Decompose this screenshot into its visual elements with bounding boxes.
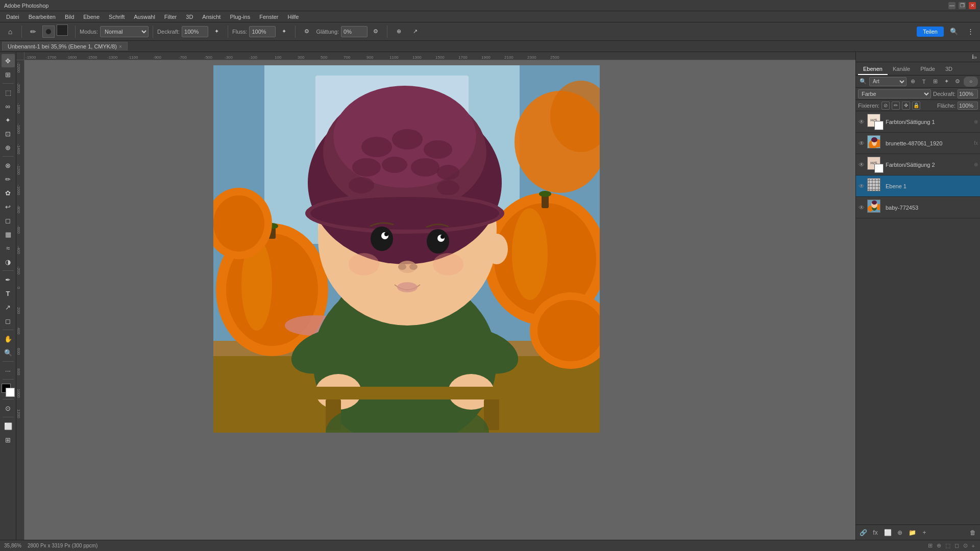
teilen-button[interactable]: Teilen (917, 27, 944, 37)
tab-kanaele[interactable]: Kanäle (888, 64, 915, 75)
zoom-tool[interactable]: 🔍 (2, 346, 15, 359)
layer-icon-type4[interactable]: ✦ (941, 77, 951, 87)
background-color[interactable] (6, 388, 15, 397)
menu-item-plug-ins[interactable]: Plug-ins (226, 13, 254, 21)
frame-btn[interactable]: ⊞ (2, 433, 15, 446)
smoothing-button[interactable]: ⚙ (300, 24, 314, 39)
layer-fill-btn[interactable]: ⊕ (895, 528, 905, 538)
menu-item-ansicht[interactable]: Ansicht (198, 13, 225, 21)
artboard-tool[interactable]: ⊞ (2, 68, 15, 81)
canvas-content[interactable] (24, 60, 855, 540)
menu-item-auswahl[interactable]: Auswahl (130, 13, 159, 21)
layer-visibility-toggle[interactable]: 👁 (858, 118, 865, 126)
layer-icon-type1[interactable]: ⊕ (908, 77, 918, 87)
menu-item-fenster[interactable]: Fenster (255, 13, 282, 21)
stylus-pressure[interactable]: ⊕ (391, 24, 406, 39)
search-button[interactable]: 🔍 (947, 26, 961, 37)
deckraft-input[interactable] (182, 26, 208, 37)
opacity-input[interactable] (958, 89, 978, 98)
menu-item-ebene[interactable]: Ebene (79, 13, 104, 21)
brush-angle-button[interactable]: ↗ (408, 24, 422, 39)
status-icon-1[interactable]: ⊞ (927, 542, 934, 549)
crop-tool[interactable]: ⊡ (2, 127, 15, 140)
history-brush[interactable]: ↩ (2, 200, 15, 213)
fixieren-all[interactable]: 🔒 (912, 102, 920, 110)
collapse-right-button[interactable]: » (974, 54, 977, 60)
menu-item-hilfe[interactable]: Hilfe (283, 13, 303, 21)
marquee-tool[interactable]: ⬚ (2, 86, 15, 99)
status-icon-5[interactable]: ⊙ (962, 542, 969, 549)
status-icon-4[interactable]: ◻ (953, 542, 960, 549)
layer-filter-toggle[interactable]: ○ (964, 77, 978, 87)
layer-item-selected[interactable]: 👁 Ebene 1 (856, 176, 980, 197)
lasso-tool[interactable]: ∞ (2, 99, 15, 113)
layer-icon-type3[interactable]: ⊞ (930, 77, 940, 87)
screen-mode-btn[interactable]: ⬜ (2, 419, 15, 433)
brush-color-button[interactable] (57, 24, 71, 39)
layer-type-select[interactable]: Art Name Effekt (869, 77, 906, 86)
layer-new-btn[interactable]: + (919, 528, 929, 538)
fixieren-paint[interactable]: ✏ (892, 102, 900, 110)
fluss-icon[interactable]: ✦ (277, 24, 291, 39)
pen-tool[interactable]: ✒ (2, 273, 15, 286)
dodge-tool[interactable]: ◑ (2, 255, 15, 268)
layer-icon-type2[interactable]: T (919, 77, 929, 87)
menu-item-filter[interactable]: Filter (160, 13, 181, 21)
blur-tool[interactable]: ≈ (2, 241, 15, 255)
quick-mask-btn[interactable]: ⊙ (2, 402, 15, 415)
clone-tool[interactable]: ✿ (2, 186, 15, 199)
home-button[interactable]: ⌂ (3, 24, 17, 39)
menu-item-schrift[interactable]: Schrift (105, 13, 129, 21)
glattung-options[interactable]: ⚙ (369, 24, 383, 39)
menu-item-bearbeiten[interactable]: Bearbeiten (24, 13, 60, 21)
layer-item[interactable]: 👁 H/S Farbton/Sättigung 2 ⊕ (856, 154, 980, 176)
layer-item[interactable]: 👁 (856, 197, 980, 218)
extra-tools[interactable]: ··· (2, 364, 15, 377)
layer-item[interactable]: 👁 H/S Farbton/Sättigung 1 ⊕ (856, 111, 980, 133)
status-icon-6[interactable]: + (971, 542, 976, 549)
status-icon-3[interactable]: ⬚ (944, 542, 951, 549)
tab-3d[interactable]: 3D (940, 64, 958, 75)
doc-tab-close[interactable]: × (119, 44, 122, 49)
brush-tool[interactable]: ✏ (2, 172, 15, 186)
canvas-area[interactable]: -1900 -1700 -1600 -1500 -1300 -1100 -900… (16, 52, 855, 540)
layer-mask-btn[interactable]: ⬜ (883, 528, 893, 538)
mode-select[interactable]: Normal Aufhellen Multiplizieren (100, 26, 149, 37)
document-tab[interactable]: Unbenannt-1 bei 35,9% (Ebene 1, CMYK/8) … (2, 42, 128, 51)
layer-icon-type5[interactable]: ⚙ (952, 77, 963, 87)
text-tool[interactable]: T (2, 287, 15, 300)
restore-button[interactable]: ❐ (959, 2, 966, 9)
gradient-tool[interactable]: ▦ (2, 228, 15, 241)
menu-item-3d[interactable]: 3D (182, 13, 197, 21)
brush-tool-button[interactable]: ✏ (26, 24, 40, 39)
layer-visibility-toggle[interactable]: 👁 (858, 204, 865, 211)
fixieren-move[interactable]: ✥ (902, 102, 910, 110)
layer-delete-btn[interactable]: 🗑 (968, 528, 978, 538)
layer-item[interactable]: 👁 brunette-48 (856, 133, 980, 154)
glattung-input[interactable] (341, 26, 368, 37)
eyedropper-tool[interactable]: ⊕ (2, 141, 15, 154)
menu-item-datei[interactable]: Datei (2, 13, 23, 21)
layers-list[interactable]: 👁 H/S Farbton/Sättigung 1 ⊕ (856, 111, 980, 524)
layer-visibility-toggle[interactable]: 👁 (858, 140, 865, 147)
shape-tool[interactable]: ◻ (2, 314, 15, 328)
color-picker[interactable] (2, 384, 15, 397)
tab-ebenen[interactable]: Ebenen (858, 64, 888, 75)
path-select-tool[interactable]: ↗ (2, 300, 15, 314)
close-button[interactable]: ✕ (969, 2, 976, 9)
hand-tool[interactable]: ✋ (2, 332, 15, 345)
eraser-tool[interactable]: ◻ (2, 214, 15, 227)
brush-preview[interactable] (42, 26, 55, 38)
panel-options-button[interactable]: ⋮ (964, 26, 977, 37)
quick-select-tool[interactable]: ✦ (2, 113, 15, 127)
layer-visibility-toggle[interactable]: 👁 (858, 183, 865, 190)
menu-item-bild[interactable]: Bild (61, 13, 78, 21)
status-icon-2[interactable]: ⊕ (936, 542, 942, 549)
minimize-button[interactable]: — (948, 2, 955, 9)
layer-filter-btn[interactable]: 🔍 (858, 77, 868, 87)
tab-pfade[interactable]: Pfade (915, 64, 940, 75)
fixieren-transparent[interactable]: ⊘ (881, 102, 890, 110)
healing-tool[interactable]: ⊗ (2, 159, 15, 172)
layer-style-btn[interactable]: fx (870, 528, 880, 538)
layer-group-btn[interactable]: 📁 (907, 528, 917, 538)
